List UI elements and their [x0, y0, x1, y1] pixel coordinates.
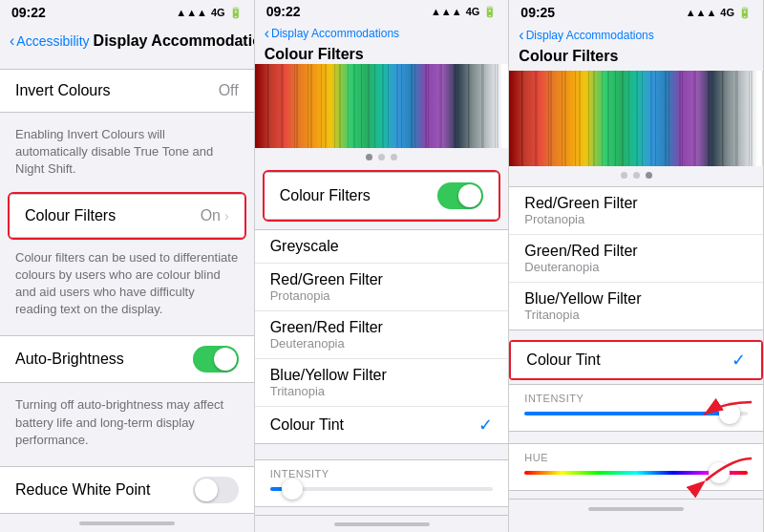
bottom-bar-1 [0, 513, 254, 532]
dots-3 [509, 166, 763, 184]
colour-filters-toggle-item[interactable]: Colour Filters [265, 173, 499, 219]
invert-colours-label: Invert Colours [15, 82, 111, 99]
status-icons-1: ▲▲▲ 4G 🔋 [176, 7, 242, 19]
intensity-thumb-2[interactable] [282, 479, 303, 500]
colour-filters-group: Colour Filters On › [10, 194, 244, 238]
panel-display-accommodations: 09:22 ▲▲▲ 4G 🔋 ‹ Accessibility Display A… [0, 0, 255, 532]
bottom-bar-2 [255, 515, 509, 532]
panel-colour-filters: 09:22 ▲▲▲ 4G 🔋 ‹ Display Accommodations … [255, 0, 510, 532]
filter-colour-tint[interactable]: Colour Tint ✓ [255, 407, 509, 443]
status-time-2: 09:22 [266, 4, 301, 19]
battery-icon-2: 🔋 [483, 6, 497, 18]
filter3-blue-yellow-name: Blue/Yellow Filter [524, 290, 641, 308]
filter-green-red-name: Green/Red Filter [270, 319, 383, 336]
filter-greyscale-name: Greyscale [270, 238, 339, 255]
filter3-red-green[interactable]: Red/Green Filter Protanopia [509, 187, 763, 235]
signal-icon-3: ▲▲▲ [686, 7, 717, 18]
filter3-green-red-sub: Deuteranopia [524, 260, 637, 274]
status-time-3: 09:25 [520, 5, 555, 20]
filter3-colour-tint[interactable]: Colour Tint ✓ [511, 342, 761, 378]
back-button-1[interactable]: ‹ Accessibility [10, 32, 90, 50]
colour-filters-toggle-label: Colour Filters [280, 187, 371, 204]
home-indicator-3 [588, 507, 684, 511]
panel-colour-filters-3: 09:25 ▲▲▲ 4G 🔋 ‹ Display Accommodations … [509, 0, 764, 532]
home-indicator-1 [79, 521, 175, 525]
carrier-label-3: 4G [720, 7, 734, 18]
colour-filters-toggle-highlight: Colour Filters [263, 170, 501, 222]
colour-filters-toggle-knob [458, 184, 481, 207]
nav-title-1: Display Accommodations [94, 32, 255, 50]
hue-arrow [694, 454, 761, 487]
signal-icon-1: ▲▲▲ [176, 7, 207, 18]
reduce-white-point-knob [195, 479, 218, 501]
colour-tint-checkmark-3: ✓ [732, 350, 746, 371]
filter-blue-yellow[interactable]: Blue/Yellow Filter Tritanopia [255, 359, 509, 407]
back-chevron-1: ‹ [10, 32, 14, 50]
status-icons-2: ▲▲▲ 4G 🔋 [431, 6, 497, 18]
nav-title-3: Colour Filters [519, 48, 618, 65]
status-bar-3: 09:25 ▲▲▲ 4G 🔋 [509, 0, 763, 23]
dot-2-0 [366, 154, 372, 160]
filter-green-red-sub: Deuteranopia [270, 336, 383, 351]
status-time-1: 09:22 [11, 5, 46, 20]
back-chevron-2: ‹ [265, 25, 269, 42]
colour-filters-chevron: › [224, 208, 229, 223]
filter3-green-red-name: Green/Red Filter [524, 243, 637, 260]
filter3-green-red[interactable]: Green/Red Filter Deuteranopia [509, 235, 763, 283]
reduce-white-point-toggle[interactable] [193, 477, 239, 503]
reduce-white-point-label: Reduce White Point [15, 481, 150, 499]
filter3-red-green-sub: Protanopia [524, 212, 637, 226]
status-bar-2: 09:22 ▲▲▲ 4G 🔋 [255, 0, 509, 21]
nav-bar-1: ‹ Accessibility Display Accommodations [0, 23, 254, 61]
back-label-3: Display Accommodations [526, 29, 654, 42]
filter3-blue-yellow[interactable]: Blue/Yellow Filter Tritanopia [509, 283, 763, 330]
filter-list-3: Red/Green Filter Protanopia Green/Red Fi… [509, 186, 763, 330]
auto-brightness-item[interactable]: Auto-Brightness [0, 336, 254, 382]
back-button-2[interactable]: ‹ Display Accommodations [265, 25, 399, 42]
battery-icon-3: 🔋 [738, 7, 752, 19]
bottom-bar-3 [509, 499, 763, 518]
pencil-lines-3 [509, 71, 763, 166]
colour-filters-value: On › [201, 207, 229, 224]
colour-tint-highlight-3: Colour Tint ✓ [509, 340, 763, 380]
filter-red-green-name: Red/Green Filter [270, 271, 383, 288]
nav-bar-2: ‹ Display Accommodations Colour Filters [255, 21, 509, 64]
intensity-label-2: INTENSITY [270, 468, 494, 479]
back-label-2: Display Accommodations [271, 27, 399, 40]
colour-filters-item[interactable]: Colour Filters On › [10, 195, 244, 237]
pencil-lines-2 [255, 64, 509, 148]
status-icons-3: ▲▲▲ 4G 🔋 [686, 7, 752, 19]
filter3-colour-tint-name: Colour Tint [526, 351, 600, 369]
invert-colours-desc: Enabling Invert Colours will automatical… [0, 120, 254, 188]
filter-green-red[interactable]: Green/Red Filter Deuteranopia [255, 311, 509, 359]
back-button-3[interactable]: ‹ Display Accommodations [519, 27, 653, 44]
colour-filters-toggle-group: Colour Filters [265, 172, 499, 220]
invert-colours-group: Invert Colours Off [0, 69, 254, 113]
colour-filters-desc: Colour filters can be used to differenti… [0, 244, 254, 329]
auto-brightness-toggle[interactable] [193, 346, 239, 372]
filter-blue-yellow-name: Blue/Yellow Filter [270, 367, 387, 384]
pencil-image-2 [255, 64, 509, 148]
signal-icon-2: ▲▲▲ [431, 6, 462, 17]
pencil-image-3 [509, 71, 763, 166]
intensity-track-2[interactable] [270, 487, 494, 491]
status-bar-1: 09:22 ▲▲▲ 4G 🔋 [0, 0, 254, 23]
colour-filters-toggle[interactable] [437, 182, 483, 209]
home-indicator-2 [334, 522, 430, 526]
back-chevron-3: ‹ [519, 27, 523, 44]
hue-section-wrapper-3: HUE [509, 439, 763, 499]
filter-list-2: Greyscale Red/Green Filter Protanopia Gr… [255, 229, 509, 444]
reduce-white-point-item[interactable]: Reduce White Point [0, 467, 254, 513]
auto-brightness-knob [214, 348, 237, 371]
nav-bar-3: ‹ Display Accommodations Colour Filters [509, 23, 763, 71]
dot-2-1 [378, 154, 385, 160]
filter-greyscale[interactable]: Greyscale [255, 230, 509, 264]
dot-3-1 [633, 172, 640, 179]
intensity-section-2: INTENSITY [255, 459, 509, 507]
intensity-arrow [694, 397, 761, 426]
battery-icon-1: 🔋 [229, 7, 243, 19]
filter-red-green[interactable]: Red/Green Filter Protanopia [255, 264, 509, 311]
carrier-label-2: 4G [466, 6, 480, 17]
dots-2 [255, 148, 509, 166]
invert-colours-item[interactable]: Invert Colours Off [0, 70, 254, 112]
